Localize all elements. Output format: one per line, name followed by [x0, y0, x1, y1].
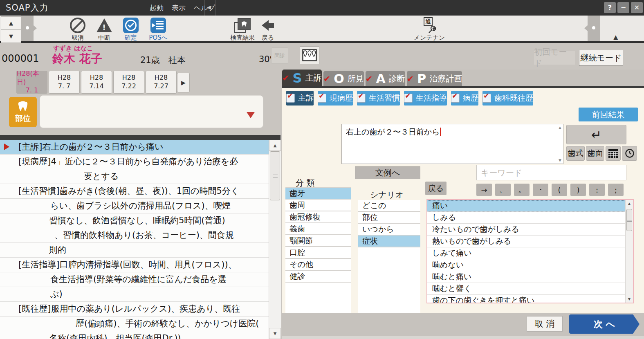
tooth-chart-button[interactable]	[300, 46, 319, 64]
panel-collapse-handle-right[interactable]	[588, 16, 600, 41]
soap-entry-row[interactable]: [既往歴]服用中の薬あり(レルパックス)、疾患あり、既往	[0, 302, 280, 317]
category-button[interactable]: 主訴	[286, 91, 314, 106]
tooth-part-button[interactable]: 部位	[9, 97, 37, 127]
classification-item[interactable]: 健診	[285, 271, 351, 283]
soap-entry-row[interactable]: [生活指導]口腔内清掃指導(回数、時間、用具(フロス))、	[0, 258, 280, 272]
scenario-item[interactable]: 部位	[358, 212, 420, 224]
editor-scroll-down-icon[interactable]: ▼	[559, 158, 561, 162]
symptom-option[interactable]: 冷たいもので歯がしみる	[427, 224, 626, 236]
text-editor[interactable]: 右上の歯が２〜３日前から ▲ ▼	[341, 124, 563, 164]
scrollbar-down-button[interactable]: ▼	[626, 295, 633, 303]
minimize-button[interactable]: −	[617, 2, 629, 13]
soap-entry-row[interactable]: [主訴]右上の歯が２〜３日前から痛い	[0, 140, 280, 155]
category-button[interactable]: 生活指導	[404, 91, 447, 106]
menu-item[interactable]: 起動	[150, 3, 164, 13]
soap-entry-row[interactable]: 名称(森田内科)、担当医(森田Dr.))	[0, 331, 280, 339]
soap-tab[interactable]: ✔ O 所見	[323, 71, 364, 86]
symptom-option[interactable]: 熱いもので歯がしみる	[427, 236, 626, 247]
scroll-down-button[interactable]: ▼	[1, 29, 21, 43]
tooth-surface-button[interactable]: 歯面	[586, 146, 604, 161]
classification-item[interactable]: 顎関節	[285, 235, 351, 247]
editor-scroll-up-icon[interactable]: ▲	[559, 126, 561, 130]
scrollbar-up-button[interactable]: ▲	[626, 200, 633, 207]
scenario-item[interactable]: いつから	[358, 224, 420, 236]
scenario-item[interactable]: どこの	[358, 200, 420, 212]
soap-entry-row[interactable]: 、習慣的飲料物あり(お茶、コーヒー)、間食規	[0, 228, 280, 243]
list-scrollbar[interactable]: ▲ ▼	[269, 140, 281, 339]
scrollbar-down-button[interactable]: ▼	[269, 328, 281, 339]
time-button[interactable]	[622, 146, 637, 161]
symptom-option[interactable]: 噛むと響く	[427, 283, 626, 295]
scrollbar-thumb[interactable]	[626, 209, 632, 231]
symbol-key[interactable]: ;	[608, 184, 624, 196]
scroll-up-icon[interactable]: ▲	[613, 34, 618, 41]
phrase-template-button[interactable]: 文例へ	[355, 166, 420, 179]
pos-toolbar-button[interactable]: POSへ	[141, 17, 175, 42]
classification-item[interactable]: 歯牙	[285, 188, 351, 200]
tooth-formula-button[interactable]: 歯式	[566, 146, 585, 161]
visit-date-tab[interactable]: H28 7.27	[146, 71, 177, 94]
help-button[interactable]: ?	[604, 2, 616, 13]
soap-entry-row[interactable]: [現病歴]4」近心に２〜３日前から自発痛があり治療を必	[0, 155, 280, 169]
next-button[interactable]: 次 へ	[569, 314, 640, 334]
classification-item[interactable]: 口腔	[285, 247, 351, 259]
soap-tab[interactable]: ✔ P 治療計画	[407, 71, 462, 86]
symbol-key[interactable]: 。	[514, 184, 530, 196]
visit-date-tab[interactable]: H28 7.22	[113, 71, 144, 94]
soap-entry-row[interactable]: 則的	[0, 243, 280, 258]
scrollbar-up-button[interactable]: ▲	[269, 140, 281, 151]
symbol-key[interactable]: :	[589, 184, 605, 196]
soap-entry-row[interactable]: 習慣なし、飲酒習慣なし、睡眠約5時間(普通)	[0, 213, 280, 228]
symptom-option[interactable]: 噛めない	[427, 259, 626, 271]
category-button[interactable]: 歯科既往歴	[482, 91, 533, 106]
menu-item[interactable]: 表示	[172, 3, 186, 13]
soap-entry-row[interactable]: 歴(偏頭痛)、手術の経験なし、かかりつけ医院(	[0, 317, 280, 331]
symbol-key[interactable]: →	[476, 184, 492, 196]
grid-table-button[interactable]	[606, 146, 621, 161]
soap-entry-row[interactable]: 食生活指導(野菜等の繊維性に富んだ食品を選	[0, 272, 280, 287]
close-button[interactable]: ✕	[631, 2, 643, 13]
keyword-input[interactable]	[476, 165, 626, 180]
symbol-key[interactable]: )	[570, 184, 586, 196]
category-button[interactable]: 生活習慣	[357, 91, 400, 106]
symbol-key[interactable]: 、	[495, 184, 511, 196]
soap-entry-row[interactable]: 要とする	[0, 169, 280, 184]
enter-button[interactable]: ↵	[566, 125, 626, 144]
symptom-option[interactable]: 噛むと痛い	[427, 271, 626, 283]
date-tabs-next-button[interactable]: ▶	[177, 73, 190, 92]
soap-tab[interactable]: ✔ S 主訴	[282, 70, 322, 86]
category-button[interactable]: 現病歴	[318, 91, 353, 106]
soap-tab[interactable]: ✔ A 診断	[366, 71, 405, 86]
symptom-option[interactable]: 痛い	[427, 200, 626, 212]
soap-entry-row[interactable]: [生活習慣]歯みがき(食後(朝、昼、夜))、1回の時間5分く	[0, 184, 280, 199]
scenario-item[interactable]: 症状	[358, 236, 420, 247]
menu-collapse-icon[interactable]: ◀	[207, 4, 211, 10]
back-toolbar-button[interactable]: 戻る	[251, 17, 285, 42]
classification-item[interactable]: 義歯	[285, 223, 351, 235]
symptom-option[interactable]: しみて痛い	[427, 247, 626, 259]
soap-entry-row[interactable]: ぶ)	[0, 287, 280, 302]
symbol-key[interactable]: ・	[533, 184, 548, 196]
patient-age: 21歳	[140, 54, 160, 66]
options-scrollbar[interactable]: ▲ ▼	[625, 200, 633, 303]
classification-item[interactable]: その他	[285, 259, 351, 271]
scroll-up-button[interactable]: ▲	[1, 16, 21, 30]
part-dropdown[interactable]	[40, 95, 263, 128]
soap-entry-row[interactable]: らい、歯ブラシ以外の清掃用品(フロス)、喫煙	[0, 199, 280, 213]
visit-date-tab[interactable]: H28 7. 7	[49, 71, 80, 94]
symptom-option[interactable]: 歯の下の歯ぐきを押すと痛い	[427, 295, 626, 303]
visit-date-tab[interactable]: H28(本日) 7. 1	[16, 71, 47, 94]
visit-date-tab[interactable]: H28 7.14	[81, 71, 112, 94]
scrollbar-thumb[interactable]	[270, 151, 280, 200]
tooth-chart-icon	[302, 49, 317, 61]
symptom-option[interactable]: しみる	[427, 212, 626, 224]
category-button[interactable]: 病歴	[451, 91, 478, 106]
panel-collapse-handle-left[interactable]	[21, 16, 34, 41]
classification-item[interactable]: 歯冠修復	[285, 211, 351, 223]
classification-item[interactable]: 歯周	[285, 200, 351, 211]
symbol-key[interactable]: (	[552, 184, 567, 196]
cancel-button[interactable]: 取 消	[527, 316, 563, 332]
previous-result-button[interactable]: 前回結果	[579, 108, 638, 121]
back-step-button[interactable]: 戻る	[425, 182, 447, 195]
continue-mode-button[interactable]: 継続モード	[579, 50, 623, 66]
